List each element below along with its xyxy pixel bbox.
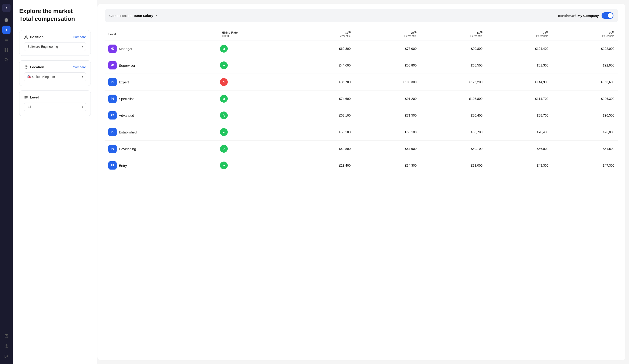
level-tag: P2 — [108, 145, 117, 153]
table-row: P3 Established £50,100 £56,100 £63,700 £… — [105, 124, 618, 140]
level-name: Specialist — [119, 97, 134, 101]
cell-p50: £103,800 — [420, 91, 486, 107]
cell-trend — [218, 40, 292, 57]
person-icon — [24, 35, 28, 39]
compensation-prefix: Compensation: — [109, 14, 132, 18]
cell-p75: £70,400 — [486, 124, 552, 140]
cell-p75: £114,700 — [486, 91, 552, 107]
level-tag: P6 — [108, 78, 117, 86]
level-name: Established — [119, 130, 137, 134]
compensation-chevron-icon: ▾ — [156, 14, 157, 17]
cell-level: P3 Established — [105, 124, 218, 140]
sidebar-narrow: r ⬤ ● — [0, 0, 13, 364]
trend-icon — [220, 128, 228, 136]
cell-trend — [218, 107, 292, 124]
logout-icon[interactable] — [2, 352, 10, 360]
level-icon — [24, 95, 28, 99]
svg-rect-2 — [4, 50, 6, 52]
cell-p10: £29,400 — [292, 157, 354, 174]
grid-icon[interactable] — [2, 46, 10, 54]
level-tag: P1 — [108, 161, 117, 170]
table-row: P6 Expert £85,700 £103,300 £126,200 £144… — [105, 74, 618, 91]
level-tag: M1 — [108, 61, 117, 69]
table-row: M1 Supervisor £44,600 £55,800 £68,500 £8… — [105, 57, 618, 74]
cell-level: M2 Manager — [105, 40, 218, 57]
table-row: P1 Entry £29,400 £34,300 £39,000 £43,300… — [105, 157, 618, 174]
benchmark-toggle-area: Benchmark My Company — [558, 12, 614, 19]
cell-p25: £103,300 — [354, 74, 420, 91]
cell-p25: £34,300 — [354, 157, 420, 174]
left-panel: Explore the market Total compensation Po… — [13, 0, 97, 364]
level-name: Expert — [119, 80, 129, 84]
cell-p50: £50,100 — [420, 140, 486, 157]
nav-dot-icon[interactable] — [2, 36, 10, 44]
level-select-wrapper: All Manager Specialist Expert ▾ — [24, 103, 86, 111]
cell-p75: £104,400 — [486, 40, 552, 57]
trend-icon — [220, 145, 228, 153]
files-icon[interactable] — [2, 332, 10, 340]
cell-p25: £56,100 — [354, 124, 420, 140]
location-select-wrapper: 🇬🇧 United Kingdom 🇺🇸 United States 🇩🇪 Ge… — [24, 72, 86, 81]
cell-p50: £68,500 — [420, 57, 486, 74]
level-select[interactable]: All Manager Specialist Expert — [24, 103, 86, 111]
cell-p90: £126,300 — [552, 91, 618, 107]
svg-point-4 — [5, 58, 7, 61]
col-p25: 25th Percentile — [354, 28, 420, 40]
nav-active-icon[interactable]: ● — [2, 26, 10, 34]
svg-point-10 — [6, 346, 7, 347]
trend-icon — [220, 45, 228, 53]
compensation-selector[interactable]: Compensation: Base Salary ▾ — [109, 14, 157, 18]
cell-level: P4 Advanced — [105, 107, 218, 124]
table-row: P2 Developing £40,800 £44,900 £50,100 £5… — [105, 140, 618, 157]
col-p75: 75th Percentile — [486, 28, 552, 40]
cell-p90: £47,300 — [552, 157, 618, 174]
cell-level: P1 Entry — [105, 157, 218, 174]
search-icon[interactable] — [2, 56, 10, 64]
cell-p25: £44,900 — [354, 140, 420, 157]
level-label: Level — [24, 95, 39, 99]
location-select[interactable]: 🇬🇧 United Kingdom 🇺🇸 United States 🇩🇪 Ge… — [24, 72, 86, 81]
cell-level: P2 Developing — [105, 140, 218, 157]
cell-trend — [218, 91, 292, 107]
position-select[interactable]: Software Engineering Data Science Produc… — [24, 42, 86, 51]
cell-level: M1 Supervisor — [105, 57, 218, 74]
home-icon[interactable]: ⬤ — [2, 15, 10, 24]
level-tag: P3 — [108, 128, 117, 136]
level-name: Developing — [119, 147, 136, 151]
col-level: Level — [105, 28, 218, 40]
cell-p25: £71,500 — [354, 107, 420, 124]
page-title: Explore the market Total compensation — [19, 7, 91, 23]
benchmark-toggle-switch[interactable] — [602, 12, 614, 19]
level-name: Entry — [119, 164, 127, 167]
position-compare-button[interactable]: Compare — [73, 35, 86, 39]
benchmark-label: Benchmark My Company — [558, 14, 599, 18]
cell-p10: £63,100 — [292, 107, 354, 124]
compensation-value: Base Salary — [134, 14, 153, 18]
level-filter-card: Level All Manager Specialist Expert ▾ — [19, 91, 91, 116]
cell-trend — [218, 157, 292, 174]
svg-rect-3 — [7, 50, 8, 52]
svg-rect-0 — [4, 48, 6, 50]
col-p10: 10th Percentile — [292, 28, 354, 40]
level-filter-header: Level — [24, 95, 86, 99]
cell-p25: £75,000 — [354, 40, 420, 57]
location-compare-button[interactable]: Compare — [73, 65, 86, 69]
cell-p50: £126,200 — [420, 74, 486, 91]
svg-rect-1 — [7, 48, 8, 50]
cell-trend — [218, 124, 292, 140]
position-label: Position — [24, 35, 43, 39]
cell-trend — [218, 57, 292, 74]
trend-icon — [220, 78, 228, 86]
position-filter-card: Position Compare Software Engineering Da… — [19, 30, 91, 56]
cell-p90: £76,800 — [552, 124, 618, 140]
location-icon — [24, 65, 28, 69]
col-p90: 90th Percentile — [552, 28, 618, 40]
location-filter-header: Location Compare — [24, 65, 86, 69]
level-tag: P4 — [108, 111, 117, 120]
table-row: M2 Manager £60,800 £75,000 £90,800 £104,… — [105, 40, 618, 57]
level-name: Supervisor — [119, 64, 135, 67]
table-row: P4 Advanced £63,100 £71,500 £80,400 £88,… — [105, 107, 618, 124]
settings-icon[interactable] — [2, 342, 10, 350]
cell-p10: £74,600 — [292, 91, 354, 107]
cell-p90: £92,900 — [552, 57, 618, 74]
